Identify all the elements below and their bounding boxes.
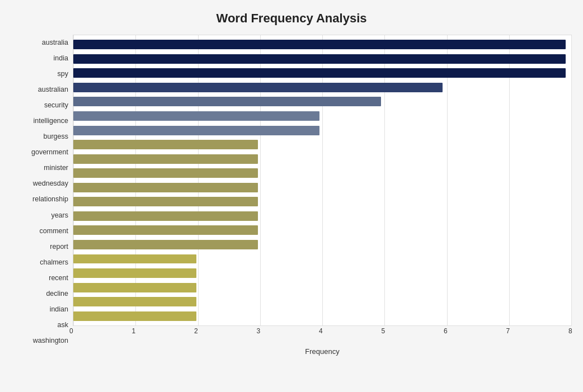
bar-row xyxy=(73,138,566,152)
bar xyxy=(73,297,196,306)
y-label: chalmers xyxy=(40,256,68,269)
y-axis: australiaindiaspyaustraliansecurityintel… xyxy=(11,35,73,348)
bars-and-xaxis: 012345678 Frequency xyxy=(73,35,572,348)
y-label: relationship xyxy=(32,192,68,206)
bar xyxy=(73,311,196,321)
grid-line xyxy=(571,35,572,325)
bar xyxy=(73,97,381,106)
bar-row xyxy=(73,309,566,323)
y-label: years xyxy=(51,209,68,222)
bar xyxy=(73,197,258,206)
y-label: indian xyxy=(50,303,68,316)
bar-row xyxy=(73,209,566,224)
bars-area xyxy=(73,35,572,326)
bar xyxy=(73,140,258,149)
bar-row xyxy=(73,195,566,209)
y-label: report xyxy=(50,240,68,253)
bar-row xyxy=(73,295,566,309)
x-axis-label: Frequency xyxy=(73,347,572,356)
bar xyxy=(73,283,196,292)
y-label: minister xyxy=(44,161,68,174)
bar-row xyxy=(73,152,566,166)
bar-row xyxy=(73,166,566,181)
y-label: wednesday xyxy=(33,177,68,190)
y-label: comment xyxy=(40,224,68,238)
bar-row xyxy=(73,280,566,295)
y-label: recent xyxy=(49,271,68,285)
bar-row xyxy=(73,37,566,52)
bar-row xyxy=(73,81,566,95)
chart-container: Word Frequency Analysis australiaindiasp… xyxy=(0,0,583,392)
bar xyxy=(73,40,566,49)
bar-row xyxy=(73,180,566,195)
y-label: ask xyxy=(58,318,68,332)
bar-row xyxy=(73,123,566,138)
bar-row xyxy=(73,109,566,124)
bar xyxy=(73,111,319,121)
bar xyxy=(73,83,443,92)
bar-row xyxy=(73,252,566,266)
bar-row xyxy=(73,52,566,67)
y-label: india xyxy=(54,51,68,65)
bar xyxy=(73,168,258,178)
chart-area: australiaindiaspyaustraliansecurityintel… xyxy=(11,35,572,348)
bar xyxy=(73,225,258,235)
bar-row xyxy=(73,223,566,238)
y-label: burgess xyxy=(44,130,68,143)
y-label: spy xyxy=(58,67,68,81)
y-label: government xyxy=(31,145,68,159)
y-label: decline xyxy=(46,287,68,300)
x-axis: 012345678 Frequency xyxy=(73,326,572,348)
bar xyxy=(73,126,319,135)
bar-row xyxy=(73,95,566,109)
bar xyxy=(73,54,566,64)
bar xyxy=(73,254,196,264)
y-label: washington xyxy=(33,334,68,347)
bar xyxy=(73,211,258,221)
bar xyxy=(73,154,258,164)
bar xyxy=(73,240,258,249)
y-label: security xyxy=(44,98,68,112)
y-label: australian xyxy=(38,83,68,96)
bar xyxy=(73,68,566,78)
bar xyxy=(73,183,258,192)
y-label: australia xyxy=(42,36,68,49)
bar-row xyxy=(73,66,566,81)
y-label: intelligence xyxy=(33,114,68,127)
bar-row xyxy=(73,266,566,281)
bar xyxy=(73,268,196,278)
chart-title: Word Frequency Analysis xyxy=(11,11,572,26)
bar-row xyxy=(73,238,566,252)
